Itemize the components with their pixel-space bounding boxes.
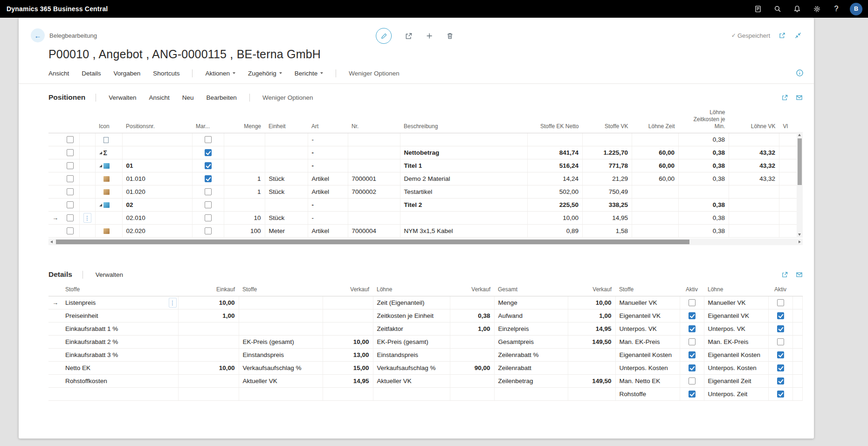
cell-value-loehne[interactable] (450, 349, 494, 362)
cell-loehne-zeit[interactable] (632, 199, 679, 212)
settings-button[interactable] (809, 1, 825, 17)
scroll-up-icon[interactable] (798, 134, 801, 136)
cell-positionsnr[interactable]: 01.010 (122, 172, 192, 185)
aktiv-stoffe-checkbox[interactable] (689, 299, 696, 306)
cell-value-stoffe-verkauf[interactable] (323, 322, 373, 336)
detail-row[interactable]: Listenpreis 10,00 Zeit (Eigenanteil) Men… (48, 296, 803, 309)
delete-button[interactable] (446, 32, 454, 40)
menu-shortcuts[interactable]: Shortcuts (153, 70, 179, 77)
cell-value-gesamt[interactable] (568, 388, 615, 401)
cell-positionsnr[interactable] (122, 133, 192, 146)
horizontal-scrollbar[interactable] (48, 239, 803, 245)
markiert-checkbox[interactable] (205, 136, 212, 143)
share-button[interactable] (405, 32, 413, 40)
cell-value-einkauf[interactable] (178, 349, 239, 362)
cell-loehne-zeit[interactable]: 60,00 (632, 172, 679, 185)
cell-stoffe-ek-netto[interactable]: 10,00 (528, 212, 583, 225)
envelope-button[interactable] (796, 271, 803, 278)
cell-positionsnr[interactable]: 02.010 (122, 212, 192, 225)
cell-stoffe-vk[interactable]: 21,29 (583, 172, 632, 185)
markiert-checkbox[interactable] (205, 214, 212, 221)
cell-menge[interactable]: 1 (224, 172, 265, 185)
cell-value-stoffe-verkauf[interactable]: 10,00 (323, 336, 373, 349)
cell-stoffe-vk[interactable]: 1,58 (583, 225, 632, 238)
cell-value-gesamt[interactable]: 10,00 (568, 296, 615, 309)
cell-value-gesamt[interactable]: 14,95 (568, 322, 615, 336)
cell-stoffe-vk[interactable] (583, 133, 632, 146)
cell-loehne-zeitkosten[interactable] (679, 185, 729, 199)
menu-ansicht[interactable]: Ansicht (48, 70, 69, 77)
cell-loehne-vk[interactable]: 43,32 (729, 159, 779, 172)
cell-beschreibung[interactable] (400, 133, 528, 146)
markiert-checkbox[interactable] (205, 175, 212, 182)
col-header-aktiv-2[interactable]: Aktiv (768, 285, 792, 296)
col-header-loehne-2[interactable]: Löhne (704, 285, 768, 296)
position-row[interactable]: 01.010 1 Stück Artikel 7000001 Demo 2 Ma… (48, 172, 803, 185)
back-button[interactable] (31, 28, 45, 42)
cell-einheit[interactable]: Stück (265, 172, 308, 185)
positions-menu-neu[interactable]: Neu (182, 94, 194, 101)
cell-positionsnr[interactable]: 02.020 (122, 225, 192, 238)
col-header-icon[interactable]: Icon (95, 108, 122, 133)
cell-loehne-vk[interactable] (729, 225, 779, 238)
scrollbar-thumb[interactable] (56, 240, 689, 244)
menu-details[interactable]: Details (82, 70, 101, 77)
markiert-checkbox[interactable] (205, 227, 212, 234)
cell-value-stoffe-verkauf[interactable]: 13,00 (323, 349, 373, 362)
cell-loehne-vk[interactable] (729, 133, 779, 146)
col-header-verkauf-1[interactable]: Verkauf (323, 285, 373, 296)
col-header-verkauf-2[interactable]: Verkauf (450, 285, 494, 296)
cell-value-gesamt[interactable]: 1,00 (568, 309, 615, 322)
envelope-button[interactable] (796, 94, 803, 101)
row-select-checkbox[interactable] (67, 201, 74, 208)
cell-loehne-zeitkosten[interactable]: 0,38 (679, 146, 729, 159)
cell-art[interactable]: - (308, 199, 348, 212)
position-row[interactable]: - Nettobetrag 841,74 1.225,70 60,00 0,38… (48, 146, 803, 159)
cell-beschreibung[interactable]: Titel 2 (400, 199, 528, 212)
aktiv-stoffe-checkbox[interactable] (689, 377, 696, 384)
detail-row[interactable]: Netto EK 10,00 Verkaufsaufschlag % 15,00… (48, 362, 803, 375)
position-row[interactable]: 01.020 1 Stück Artikel 7000002 Testartik… (48, 185, 803, 199)
expand-icon[interactable] (99, 165, 102, 167)
cell-nr[interactable]: 7000002 (348, 185, 400, 199)
cell-positionsnr[interactable] (122, 146, 192, 159)
cell-value-loehne[interactable]: 0,38 (450, 309, 494, 322)
col-header-markiert[interactable]: Mar... (192, 108, 224, 133)
cell-loehne-vk[interactable]: 43,32 (729, 172, 779, 185)
cell-einheit[interactable]: Stück (265, 212, 308, 225)
positions-caption[interactable]: Positionen (48, 93, 85, 102)
cell-art[interactable]: - (308, 146, 348, 159)
cell-positionsnr[interactable]: 01 (122, 159, 192, 172)
cell-stoffe-ek-netto[interactable]: 225,50 (528, 199, 583, 212)
cell-loehne-zeit[interactable] (632, 212, 679, 225)
notifications-button[interactable] (789, 1, 805, 17)
cell-einheit[interactable] (265, 133, 308, 146)
cell-nr[interactable] (348, 133, 400, 146)
cell-value-gesamt[interactable] (568, 349, 615, 362)
menu-berichte[interactable]: Berichte (295, 70, 324, 77)
cell-value-einkauf[interactable]: 10,00 (178, 362, 239, 375)
share-button[interactable] (781, 271, 788, 278)
collapse-button[interactable] (794, 32, 802, 39)
detail-row[interactable]: Rohstoffe Unterpos. Zeit (48, 388, 803, 401)
aktiv-loehne-checkbox[interactable] (777, 364, 784, 371)
cell-stoffe-ek-netto[interactable]: 516,24 (528, 159, 583, 172)
cell-positionsnr[interactable]: 01.020 (122, 185, 192, 199)
col-header-art[interactable]: Art (308, 108, 348, 133)
cell-loehne-vk[interactable] (729, 185, 779, 199)
cell-value-stoffe-verkauf[interactable]: 15,00 (323, 362, 373, 375)
cell-value-einkauf[interactable]: 1,00 (178, 309, 239, 322)
cell-stoffe-ek-netto[interactable]: 0,89 (528, 225, 583, 238)
cell-stoffe-ek-netto[interactable]: 841,74 (528, 146, 583, 159)
col-header-stoffe-1[interactable]: Stoffe (62, 285, 178, 296)
info-button[interactable] (796, 69, 804, 77)
markiert-checkbox[interactable] (205, 201, 212, 208)
col-header-stoffe-ek-netto[interactable]: Stoffe EK Netto (528, 108, 583, 133)
aktiv-stoffe-checkbox[interactable] (689, 338, 696, 345)
help-button[interactable] (828, 1, 844, 17)
cell-einheit[interactable]: Stück (265, 185, 308, 199)
col-header-gesamt[interactable]: Gesamt (494, 285, 568, 296)
markiert-checkbox[interactable] (205, 162, 212, 169)
positions-menu-verwalten[interactable]: Verwalten (109, 94, 136, 101)
aktiv-stoffe-checkbox[interactable] (689, 364, 696, 371)
